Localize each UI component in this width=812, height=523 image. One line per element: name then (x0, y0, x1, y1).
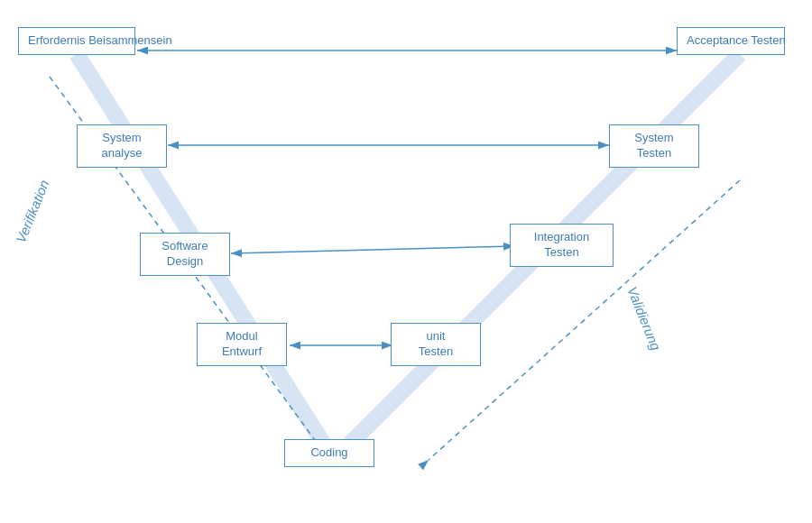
box-unittesten: unitTesten (391, 323, 481, 366)
box-systemtesten: SystemTesten (609, 124, 699, 168)
diagram-container: Erfordernis Beisammensein Acceptance Tes… (0, 0, 812, 523)
box-integrationtesten: IntegrationTesten (510, 224, 614, 267)
box-coding: Coding (284, 439, 374, 467)
box-acceptance: Acceptance Testen (677, 27, 785, 55)
diagram-svg (0, 0, 812, 523)
box-erfordernis: Erfordernis Beisammensein (18, 27, 135, 55)
svg-line-6 (231, 246, 514, 253)
box-systemanalyse: Systemanalyse (77, 124, 167, 168)
box-softwaredesign: SoftwareDesign (140, 233, 230, 276)
box-modulentwurf: ModulEntwurf (197, 323, 287, 366)
